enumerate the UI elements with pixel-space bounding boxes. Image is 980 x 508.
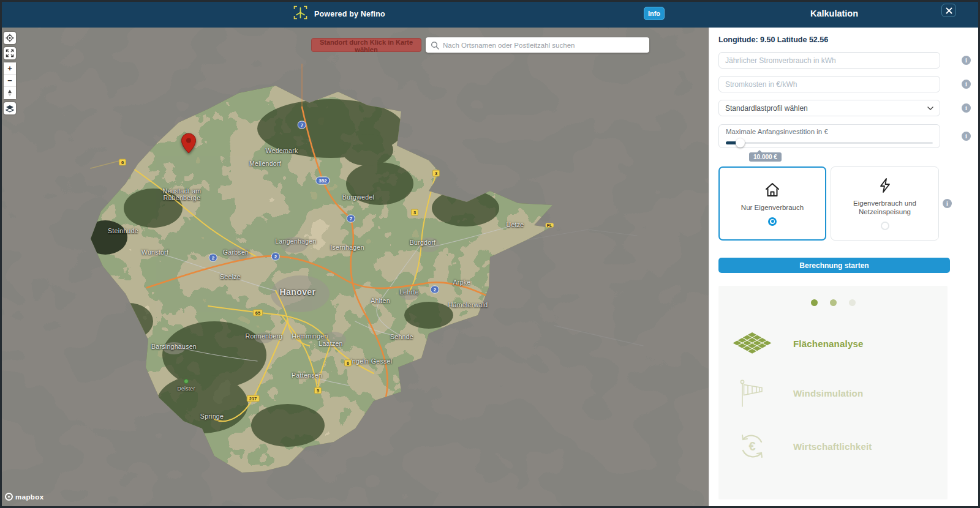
pick-location-button[interactable]: Standort durch Klick in Karte wählen xyxy=(311,38,421,52)
step-label: Wirtschaftlichkeit xyxy=(793,441,872,452)
load-profile-row: Standardlastprofil wählen i xyxy=(718,100,971,116)
investment-card: Maximale Anfangsinvestition in € xyxy=(718,124,940,148)
area-analysis-icon xyxy=(732,329,772,357)
step-label: Windsimulation xyxy=(793,388,863,398)
compass-icon xyxy=(7,89,13,97)
wind-simulation-icon xyxy=(732,377,772,409)
step-dot-3 xyxy=(849,299,856,306)
annual-consumption-input[interactable] xyxy=(718,52,940,69)
calculation-panel: Longitude: 9.50 Latitude 52.56 i i Stand… xyxy=(709,28,980,508)
mode-info-icon[interactable]: i xyxy=(943,199,952,208)
start-calculation-button[interactable]: Berechnung starten xyxy=(718,258,950,273)
step-wind-simulation: Windsimulation xyxy=(732,377,948,409)
svg-text:€: € xyxy=(748,439,755,453)
mapbox-attribution[interactable]: mapbox xyxy=(5,493,44,501)
investment-slider[interactable] xyxy=(726,139,933,148)
option-self-consumption[interactable]: Nur Eigenverbrauch xyxy=(718,166,826,241)
map-canvas[interactable]: WedemarkMellendorfBurgwedelNeustadt am R… xyxy=(0,28,709,508)
fullscreen-button[interactable] xyxy=(4,47,16,59)
step-economics: € Wirtschaftlichkeit xyxy=(732,431,948,461)
close-icon xyxy=(946,7,952,14)
step-area-analysis: Flächenanalyse xyxy=(732,329,948,357)
house-icon xyxy=(764,182,781,198)
top-bar: Powered by Nefino Info Kalkulation xyxy=(0,0,980,28)
info-button[interactable]: Info xyxy=(644,7,665,20)
step-label: Flächenanalyse xyxy=(793,338,864,349)
investment-value-tooltip: 10.000 € xyxy=(749,152,782,162)
app-window: Powered by Nefino Info Kalkulation xyxy=(0,0,980,508)
map-controls: + − xyxy=(4,32,16,118)
zoom-in-button[interactable]: + xyxy=(4,62,16,75)
search-box xyxy=(426,37,649,53)
radio-unselected[interactable] xyxy=(881,222,889,230)
coordinates-readout: Longitude: 9.50 Latitude 52.56 xyxy=(718,35,980,44)
close-button[interactable] xyxy=(941,4,956,17)
lightning-icon xyxy=(878,177,892,193)
mapbox-logo-icon xyxy=(5,493,13,501)
option-grid-feed[interactable]: Eigenverbrauch und Netzeinspeisung xyxy=(831,166,939,241)
powered-by-text: Powered by Nefino xyxy=(314,10,385,18)
slider-track xyxy=(726,142,933,144)
zoom-out-button[interactable]: − xyxy=(4,75,16,87)
panel-title: Kalkulation xyxy=(709,0,960,28)
investment-info-icon[interactable]: i xyxy=(962,132,971,141)
consumption-row: i xyxy=(718,52,971,69)
step-dots xyxy=(718,299,948,306)
nefino-logo-icon xyxy=(292,4,309,23)
investment-label: Maximale Anfangsinvestition in € xyxy=(726,128,933,135)
layers-icon xyxy=(6,105,14,113)
cost-info-icon[interactable]: i xyxy=(962,80,971,89)
search-icon xyxy=(431,41,439,50)
geolocate-button[interactable] xyxy=(4,32,16,44)
layers-button[interactable] xyxy=(4,102,16,114)
fullscreen-icon xyxy=(6,49,14,58)
load-profile-select[interactable]: Standardlastprofil wählen xyxy=(718,100,940,116)
cost-row: i xyxy=(718,76,971,92)
chevron-down-icon xyxy=(927,106,933,110)
step-dot-1 xyxy=(811,299,818,306)
brand: Powered by Nefino xyxy=(292,4,385,23)
step-dot-2 xyxy=(830,299,837,306)
zoom-controls: + − xyxy=(4,62,16,99)
progress-steps-card: Flächenanalyse xyxy=(718,286,948,499)
mode-options: Nur Eigenverbrauch Eigenverbrauch und Ne… xyxy=(718,166,971,241)
investment-row: Maximale Anfangsinvestition in € i xyxy=(718,124,971,148)
compass-button[interactable] xyxy=(4,87,16,99)
economics-icon: € xyxy=(732,431,772,461)
radio-selected[interactable] xyxy=(768,217,777,226)
consumption-info-icon[interactable]: i xyxy=(962,56,971,65)
search-input[interactable] xyxy=(443,42,644,49)
load-profile-info-icon[interactable]: i xyxy=(962,103,971,113)
investment-slider-thumb[interactable] xyxy=(736,138,745,148)
satellite-map xyxy=(0,28,709,508)
electricity-cost-input[interactable] xyxy=(718,76,940,92)
geolocate-icon xyxy=(6,34,14,42)
option-label: Nur Eigenverbrauch xyxy=(726,203,818,212)
option-label: Eigenverbrauch und Netzeinspeisung xyxy=(839,199,931,216)
